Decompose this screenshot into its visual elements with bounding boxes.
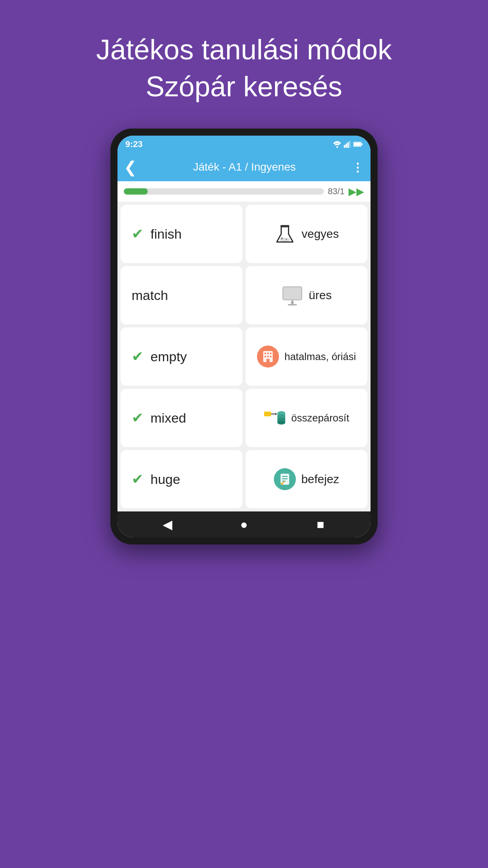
signal-icon bbox=[344, 141, 351, 148]
card-huge[interactable]: ✔ huge bbox=[121, 450, 242, 508]
nav-recents-button[interactable]: ■ bbox=[309, 513, 332, 536]
card-match[interactable]: match bbox=[121, 266, 242, 324]
nav-home-button[interactable]: ● bbox=[232, 513, 256, 536]
card-text-vegyes: vegyes bbox=[301, 227, 339, 241]
svg-rect-21 bbox=[270, 353, 272, 354]
progress-label: 83/1 bbox=[328, 186, 345, 197]
back-button[interactable]: ❮ bbox=[124, 158, 137, 176]
card-text-match: match bbox=[132, 288, 168, 303]
svg-marker-28 bbox=[275, 413, 277, 415]
svg-rect-26 bbox=[264, 412, 271, 416]
card-text-hatalmas: hatalmas, óriási bbox=[284, 351, 356, 363]
svg-rect-20 bbox=[267, 353, 269, 354]
presenter-icon bbox=[281, 284, 303, 306]
card-finish[interactable]: ✔ finish bbox=[121, 205, 242, 263]
check-icon-huge: ✔ bbox=[132, 471, 143, 487]
card-text-huge: huge bbox=[150, 472, 180, 487]
card-befejez[interactable]: befejez bbox=[246, 450, 367, 508]
progress-row: 83/1 ▶▶ bbox=[117, 181, 371, 202]
check-icon-finish: ✔ bbox=[132, 226, 143, 242]
card-text-empty: empty bbox=[150, 349, 187, 364]
title-line1: Játékos tanulási módok bbox=[96, 31, 392, 68]
svg-rect-25 bbox=[266, 359, 270, 362]
menu-button[interactable]: ⋮ bbox=[352, 160, 364, 174]
svg-point-35 bbox=[277, 421, 285, 425]
card-osszeparosit[interactable]: összepárosít bbox=[246, 389, 367, 447]
card-text-ures: üres bbox=[309, 289, 332, 302]
progress-fill bbox=[124, 188, 148, 195]
svg-rect-3 bbox=[347, 142, 349, 148]
card-vegyes[interactable]: vegyes bbox=[246, 205, 367, 263]
svg-point-12 bbox=[286, 239, 287, 240]
status-icons bbox=[333, 141, 363, 148]
progress-track bbox=[124, 188, 324, 195]
card-icon-hatalmas: hatalmas, óriási bbox=[257, 346, 356, 368]
card-icon-befejez: befejez bbox=[274, 468, 339, 490]
card-mixed[interactable]: ✔ mixed bbox=[121, 389, 242, 447]
status-bar: 9:23 bbox=[117, 136, 371, 153]
svg-rect-23 bbox=[267, 356, 269, 357]
svg-rect-1 bbox=[344, 145, 345, 148]
card-icon-ures: üres bbox=[281, 284, 332, 306]
check-icon-empty: ✔ bbox=[132, 348, 143, 365]
svg-rect-7 bbox=[354, 143, 361, 146]
svg-rect-24 bbox=[270, 356, 272, 357]
database-icon bbox=[264, 407, 286, 429]
card-hatalmas[interactable]: hatalmas, óriási bbox=[246, 327, 367, 386]
flask-icon bbox=[274, 223, 296, 245]
svg-point-17 bbox=[291, 301, 294, 304]
forward-button[interactable]: ▶▶ bbox=[349, 186, 364, 198]
checklist-icon bbox=[274, 468, 296, 490]
page-title: Játékos tanulási módok Szópár keresés bbox=[96, 31, 392, 105]
svg-rect-14 bbox=[283, 287, 301, 300]
cards-grid: ✔ finish vegyes match bbox=[117, 202, 371, 511]
svg-rect-19 bbox=[264, 353, 266, 354]
card-ures[interactable]: üres bbox=[246, 266, 367, 324]
bottom-nav: ◀ ● ■ bbox=[117, 511, 371, 537]
card-text-finish: finish bbox=[150, 226, 182, 242]
check-icon-mixed: ✔ bbox=[132, 410, 143, 426]
svg-point-11 bbox=[281, 237, 283, 240]
card-text-befejez: befejez bbox=[301, 473, 339, 486]
svg-point-0 bbox=[336, 146, 338, 148]
svg-rect-22 bbox=[264, 356, 266, 357]
title-line2: Szópár keresés bbox=[96, 68, 392, 105]
phone-screen: 9:23 bbox=[117, 136, 371, 537]
battery-icon bbox=[353, 142, 363, 147]
card-empty[interactable]: ✔ empty bbox=[121, 327, 242, 386]
nav-back-button[interactable]: ◀ bbox=[156, 513, 179, 536]
svg-rect-4 bbox=[349, 141, 351, 148]
card-icon-osszeparosit: összepárosít bbox=[264, 407, 349, 429]
wifi-icon bbox=[333, 141, 341, 148]
svg-rect-6 bbox=[361, 143, 363, 145]
card-text-mixed: mixed bbox=[150, 410, 186, 426]
phone-device: 9:23 bbox=[110, 129, 378, 544]
card-text-osszeparosit: összepárosít bbox=[291, 412, 349, 424]
app-bar-title: Játék - A1 / Ingyenes bbox=[145, 161, 344, 173]
status-time: 9:23 bbox=[125, 139, 143, 149]
svg-rect-9 bbox=[281, 225, 289, 228]
building-icon bbox=[257, 346, 279, 368]
card-icon-vegyes: vegyes bbox=[274, 223, 339, 245]
app-bar: ❮ Játék - A1 / Ingyenes ⋮ bbox=[117, 153, 371, 181]
svg-rect-2 bbox=[346, 143, 347, 148]
